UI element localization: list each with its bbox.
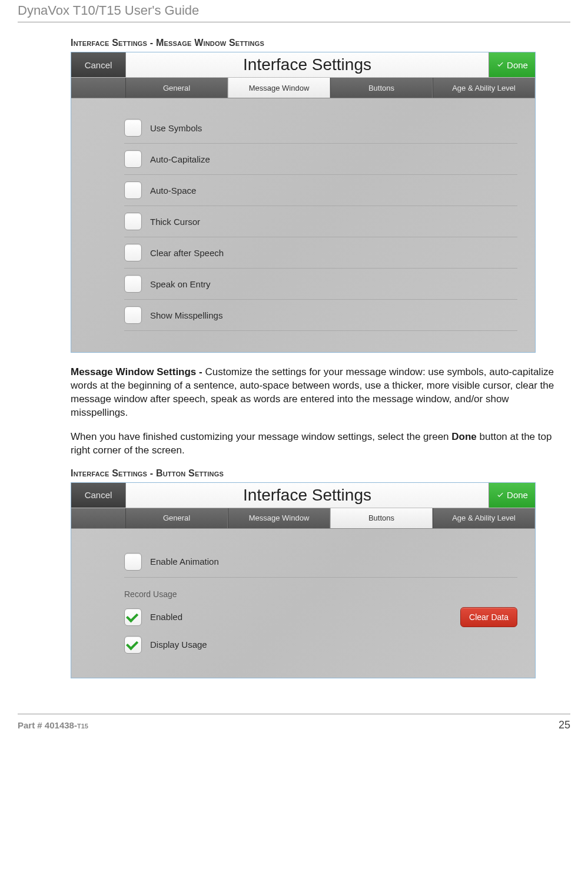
part-number: Part # 401438-T15 — [18, 720, 88, 730]
para2-bold: Done — [451, 431, 477, 442]
label-speak-on-entry: Speak on Entry — [150, 279, 211, 289]
setting-row-display-usage[interactable]: Display Usage — [124, 632, 517, 658]
para2-pre: When you have finished customizing your … — [71, 431, 451, 442]
tab-strip: General Message Window Buttons Age & Abi… — [71, 78, 535, 98]
cancel-button[interactable]: Cancel — [71, 52, 126, 77]
checkbox-enable-animation[interactable] — [124, 553, 142, 571]
done-button-2[interactable]: Done — [489, 483, 535, 508]
label-show-misspellings: Show Misspellings — [150, 310, 222, 320]
dialog-title-2: Interface Settings — [126, 483, 489, 508]
checkbox-display-usage[interactable] — [124, 636, 142, 654]
tab-strip-2: General Message Window Buttons Age & Abi… — [71, 508, 535, 529]
setting-row-auto-space[interactable]: Auto-Space — [124, 175, 517, 206]
setting-row-use-symbols[interactable]: Use Symbols — [124, 112, 517, 144]
setting-row-enable-animation[interactable]: Enable Animation — [124, 546, 517, 578]
dialog-title: Interface Settings — [126, 52, 489, 77]
label-enable-animation: Enable Animation — [150, 556, 219, 566]
checkbox-clear-after-speech[interactable] — [124, 244, 142, 261]
setting-row-auto-capitalize[interactable]: Auto-Capitalize — [124, 144, 517, 175]
checkbox-use-symbols[interactable] — [124, 119, 142, 137]
tab-buttons[interactable]: Buttons — [330, 78, 433, 98]
document-title: DynaVox T10/T15 User's Guide — [18, 3, 570, 18]
label-auto-capitalize: Auto-Capitalize — [150, 154, 210, 164]
checkbox-auto-capitalize[interactable] — [124, 150, 142, 168]
label-display-usage: Display Usage — [150, 640, 207, 650]
tab-buttons-2[interactable]: Buttons — [330, 508, 433, 528]
setting-row-thick-cursor[interactable]: Thick Cursor — [124, 206, 517, 237]
checkbox-record-enabled[interactable] — [124, 608, 142, 626]
tab-age-ability[interactable]: Age & Ability Level — [433, 78, 535, 98]
setting-row-enabled: Enabled Clear Data — [124, 602, 517, 632]
clear-data-button[interactable]: Clear Data — [460, 607, 517, 627]
label-clear-after-speech: Clear after Speech — [150, 248, 224, 258]
screenshot-button-settings: Cancel Interface Settings Done General M… — [71, 482, 536, 678]
tab-general[interactable]: General — [125, 78, 228, 98]
label-thick-cursor: Thick Cursor — [150, 217, 200, 227]
tab-message-window[interactable]: Message Window — [228, 78, 330, 98]
done-button[interactable]: Done — [489, 52, 535, 77]
done-label-2: Done — [507, 490, 528, 500]
checkbox-thick-cursor[interactable] — [124, 213, 142, 230]
page-footer: Part # 401438-T15 25 — [18, 714, 570, 731]
checkbox-speak-on-entry[interactable] — [124, 275, 142, 293]
paragraph-done-instruction: When you have finished customizing your … — [71, 430, 559, 458]
label-auto-space: Auto-Space — [150, 185, 196, 196]
section-heading-button-settings: Interface Settings - Button Settings — [71, 468, 559, 479]
setting-row-clear-after-speech[interactable]: Clear after Speech — [124, 237, 517, 269]
setting-row-show-misspellings[interactable]: Show Misspellings — [124, 300, 517, 331]
section-heading-message-window: Interface Settings - Message Window Sett… — [71, 38, 559, 48]
subheading-record-usage: Record Usage — [124, 589, 517, 599]
checkbox-auto-space[interactable] — [124, 181, 142, 199]
tab-age-ability-2[interactable]: Age & Ability Level — [433, 508, 535, 528]
tab-general-2[interactable]: General — [125, 508, 228, 528]
setting-row-speak-on-entry[interactable]: Speak on Entry — [124, 269, 517, 300]
checkmark-icon-2 — [496, 491, 504, 499]
para1-bold: Message Window Settings - — [71, 366, 205, 377]
screenshot-message-window-settings: Cancel Interface Settings Done General M… — [71, 52, 536, 353]
page-number: 25 — [559, 719, 570, 731]
done-label: Done — [507, 60, 528, 70]
header-divider — [18, 22, 570, 22]
cancel-button-2[interactable]: Cancel — [71, 483, 126, 508]
paragraph-message-window-description: Message Window Settings - Customize the … — [71, 366, 559, 420]
label-use-symbols: Use Symbols — [150, 123, 202, 133]
label-record-enabled: Enabled — [150, 612, 182, 622]
checkbox-show-misspellings[interactable] — [124, 306, 142, 324]
checkmark-icon — [496, 61, 504, 69]
tab-message-window-2[interactable]: Message Window — [228, 508, 330, 528]
